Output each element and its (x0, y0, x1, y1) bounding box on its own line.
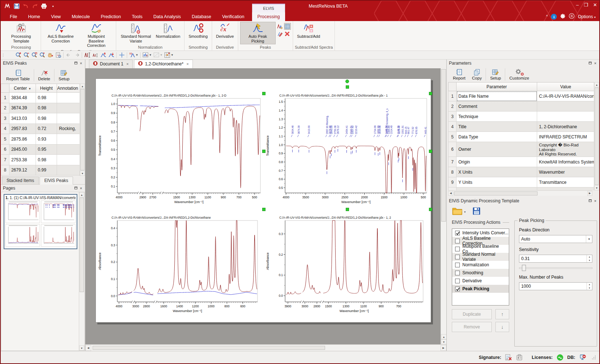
peak-row-8[interactable]: 82679.120.99 (1, 165, 80, 175)
licenses-status-icon[interactable] (556, 354, 564, 361)
menu-database[interactable]: Database (186, 12, 217, 21)
float-panel-icon[interactable] (588, 199, 593, 203)
selection-handle-right[interactable] (429, 150, 432, 153)
quickaccess-chevron-icon[interactable]: ▾ (49, 3, 57, 10)
zoom-in-icon[interactable] (14, 52, 22, 59)
zoom-region-icon[interactable] (30, 52, 38, 59)
peaks-table-button[interactable] (284, 23, 291, 30)
print-icon[interactable] (40, 3, 48, 10)
peaks-integrals-small-icon[interactable] (91, 52, 99, 59)
processing-template-button[interactable]: Processing Template (3, 22, 39, 44)
copy-button[interactable]: Copy (469, 68, 485, 81)
document-vertical-scrollbar[interactable]: ▲ ▼ (441, 68, 446, 344)
param-row-title[interactable]: 4 Title 1, 2-Dichloroethane (449, 122, 595, 132)
param-row-comment[interactable]: 2 Comment (449, 101, 595, 112)
document-tab-document-1[interactable]: Document 1× (89, 60, 133, 68)
crosshair-icon[interactable] (118, 52, 126, 59)
selection-handle-top-right[interactable] (429, 92, 432, 95)
derivative-button[interactable]: ∂xDerivative (214, 22, 236, 40)
close-panel-icon[interactable]: × (78, 61, 84, 65)
selection-handle-left[interactable] (262, 150, 265, 153)
param-row-original-x-units[interactable]: 10 Original X Units Wavenumber (449, 187, 595, 191)
spectrum-chart-top-right[interactable]: 0.50.60.70.80.91.01.11.21.31.41.54000350… (264, 93, 430, 210)
param-row-data-type[interactable]: 5 Data Type INFRARED SPECTRUM (449, 132, 595, 142)
delete-peaks-button[interactable] (284, 30, 291, 37)
multipoint-baseline-correction-button[interactable]: Multipoint Baseline Correction (78, 22, 114, 49)
open-template-folder-icon[interactable] (452, 207, 463, 217)
save-template-icon[interactable] (472, 207, 481, 217)
parameters-hscrollbar[interactable]: ◀ ▶ (448, 190, 592, 196)
checkbox[interactable] (455, 263, 460, 267)
peaks-integrals-icon[interactable] (83, 52, 91, 59)
spectrum-chart-bottom-left[interactable]: 0.00.10.20.30.44000300028001600140012001… (97, 215, 264, 319)
param-row-x-units[interactable]: 8 X Units Wavenumber (449, 167, 595, 177)
action-normalization[interactable]: Normalization (452, 261, 509, 269)
column-center[interactable]: Center▼ (9, 84, 36, 93)
tab-elvis-peaks[interactable]: ElViS Peaks (40, 177, 73, 185)
auto-peak-picking-button[interactable]: Auto Peak Picking (240, 22, 276, 44)
peak-down-icon[interactable] (107, 52, 115, 59)
zoom-out-icon[interactable] (22, 52, 30, 59)
parameters-vscrollbar[interactable]: ▲▼ (594, 82, 599, 190)
selection-handle-bottom-left[interactable] (262, 208, 265, 211)
peak-up-icon[interactable] (99, 52, 107, 59)
menu-view[interactable]: View (46, 12, 66, 21)
peak-row-3[interactable]: 33413.030.98 (1, 113, 80, 124)
peaks-table-scrollbar[interactable]: ▲▼ (80, 84, 85, 176)
document-horizontal-scrollbar[interactable]: ◀ ▶ (85, 344, 446, 351)
delete-button[interactable]: Delete (35, 69, 53, 82)
close-tab-icon[interactable]: × (186, 62, 188, 66)
close-panel-icon[interactable]: × (78, 186, 84, 190)
max-peaks-input[interactable]: 1000 ▲▼ (519, 282, 592, 290)
checkbox[interactable] (455, 239, 460, 243)
menu-tools[interactable]: Tools (126, 12, 148, 21)
drag-handle-icon[interactable] (6, 52, 14, 59)
param-row-owner[interactable]: 6 Owner Copyright � Bio-Rad Laborato All… (449, 142, 595, 157)
toolbar-grip[interactable]: ⋮ (1, 53, 5, 57)
zoom-select-icon[interactable] (38, 52, 46, 59)
menu-processing[interactable]: ProcessingELVIS (252, 12, 285, 21)
checkbox[interactable] (455, 271, 460, 275)
info-icon[interactable]: i (551, 14, 557, 20)
float-panel-icon[interactable] (73, 186, 78, 190)
db-status-icon[interactable] (579, 354, 586, 361)
peak-row-2[interactable]: 23674.390.98 (1, 103, 80, 113)
close-tab-icon[interactable]: × (126, 62, 129, 66)
param-row-technique[interactable]: 3 Technique (449, 112, 595, 122)
rotation-handle[interactable] (345, 80, 349, 83)
color-table-icon[interactable]: ▼ (163, 52, 174, 59)
peaks-direction-select[interactable]: Auto▼ (519, 235, 592, 243)
column-parameter[interactable]: Parameter (457, 82, 537, 91)
resources-icon[interactable] (569, 13, 575, 20)
spectrum-chart-top-left[interactable]: 0.10.20.30.40.50.60.70.80.91.04000290027… (97, 93, 264, 210)
close-panel-icon[interactable]: × (593, 199, 598, 203)
move-up-button[interactable]: ↑ (495, 309, 509, 319)
peak-row-6[interactable]: 62845.000.95 (1, 144, 80, 155)
sensitivity-input[interactable]: 0.31 ▲▼ (519, 255, 592, 263)
float-panel-icon[interactable] (73, 61, 78, 65)
redo-icon[interactable] (31, 3, 39, 10)
signature-id-icon[interactable] (516, 354, 523, 361)
param-row-data-file-name[interactable]: 1 Data File Name C:/A-IR-UV-VIS-RAMAN/co… (449, 91, 595, 101)
action-standard-normal-variate[interactable]: Standard Normal Variate (452, 253, 509, 261)
spectrum-chart-bottom-right[interactable]: 0.00.10.20.33900300028001500130011009007… (264, 215, 430, 319)
stack-view-icon[interactable]: ▼ (142, 52, 153, 59)
folder-dropdown-icon[interactable]: ▾ (464, 210, 466, 214)
param-row-y-units[interactable]: 9 Y Units Transmittance (449, 177, 595, 187)
checkbox[interactable] (455, 287, 460, 291)
column-value[interactable]: Value (537, 82, 595, 91)
options-button[interactable]: Options ▾ (578, 14, 596, 19)
standard-normal-variate-button[interactable]: Standard Normal Variate (118, 22, 154, 44)
subtract-add-button[interactable]: Subtract/Add (295, 22, 323, 40)
peak-row-7[interactable]: 72753.380.98 (1, 155, 80, 165)
pan-hand-icon[interactable] (46, 52, 54, 59)
checkbox[interactable] (455, 255, 460, 259)
normalization-button[interactable]: Normalization (154, 22, 182, 40)
selection-handle-bottom-right[interactable] (429, 208, 432, 211)
document-canvas[interactable]: 0.10.20.30.40.50.60.70.80.91.04000290027… (85, 68, 441, 344)
menu-prediction[interactable]: Prediction (95, 12, 126, 21)
gear-icon[interactable] (560, 13, 565, 20)
print-preview-icon[interactable] (54, 52, 62, 59)
document-tab-1-2-dichloroethane-[interactable]: 1,2-Dichloroethane*× (134, 60, 193, 68)
setup-button[interactable]: Setup (55, 69, 73, 82)
